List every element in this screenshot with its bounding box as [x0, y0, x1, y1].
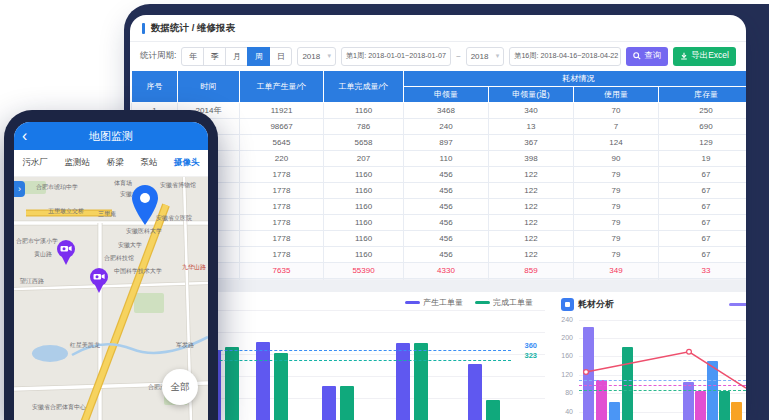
col-header-consumables-group: 耗材情况 — [404, 71, 747, 87]
start-week-input[interactable]: 第1周: 2018-01-01~2018-01-07 — [341, 47, 451, 66]
camera-icon — [56, 239, 76, 265]
camera-marker[interactable] — [56, 239, 76, 269]
download-icon — [680, 52, 688, 60]
table-cell: 67 — [659, 231, 747, 247]
table-row: 177811604561227967 — [132, 247, 747, 263]
table-cell: 1778 — [240, 199, 324, 215]
camera-icon — [89, 267, 109, 293]
legend-dash-icon — [475, 301, 490, 304]
chart-bar — [322, 386, 336, 420]
tab-监测站[interactable]: 监测站 — [65, 157, 91, 169]
chart-header: 耗材分析 — [561, 298, 614, 311]
table-row: 98667786240137690 — [132, 119, 747, 135]
table-cell: 367 — [489, 135, 574, 151]
table-cell: 1160 — [324, 231, 404, 247]
legend-item-created[interactable]: 产生工单量 — [405, 297, 463, 308]
table-cell: 67 — [659, 167, 747, 183]
tab-桥梁[interactable]: 桥梁 — [107, 157, 124, 169]
chart-gridline — [579, 320, 746, 321]
chart-bar — [486, 400, 500, 420]
chart-bar — [468, 364, 482, 420]
location-pin-marker[interactable] — [130, 185, 160, 229]
tab-泵站[interactable]: 泵站 — [140, 157, 157, 169]
table-row: 177811604561227967 — [132, 167, 747, 183]
map-view[interactable]: 合肥市琥珀中学体育场安徽农业大学安徽省博物馆五里墩立交桥三里庵安徽省立医院安徽医… — [14, 177, 208, 420]
chart-gridline — [579, 338, 746, 339]
table-cell: 1778 — [240, 247, 324, 263]
map-place-label: 五里墩立交桥 — [48, 207, 84, 216]
category-tab-bar: 污水厂监测站桥梁泵站摄像头 — [14, 150, 208, 177]
tab-污水厂[interactable]: 污水厂 — [22, 157, 48, 169]
table-cell: 456 — [404, 231, 489, 247]
period-option-周[interactable]: 周 — [247, 47, 270, 66]
tab-摄像头[interactable]: 摄像头 — [174, 157, 200, 169]
table-cell: 3468 — [404, 103, 489, 119]
map-place-label: 合肥科技馆 — [104, 254, 134, 263]
sub-header: 库存量 — [659, 87, 747, 103]
chart-title: 耗材分析 — [578, 298, 614, 311]
start-year-select[interactable]: 2018 ▾ — [297, 47, 336, 66]
report-table: 序号 时间 工单产生量/个 工单完成量/个 耗材情况 申领量 申领量(退) 使用… — [131, 70, 746, 280]
table-cell: 13 — [489, 119, 574, 135]
table-cell: 456 — [404, 183, 489, 199]
table-cell: 1778 — [240, 183, 324, 199]
y-axis-tick-label: 200 — [555, 334, 573, 341]
table-row: 177811604561227967 — [132, 199, 747, 215]
table-cell: 79 — [574, 231, 659, 247]
sub-header: 申领量 — [404, 87, 489, 103]
table-cell: 90 — [574, 151, 659, 167]
y-axis-tick-label: 160 — [555, 352, 573, 359]
table-cell: 124 — [574, 135, 659, 151]
query-button-label: 查询 — [644, 50, 661, 62]
map-place-label: 望江西路 — [20, 277, 44, 286]
period-segmented-control: 年季月周日 — [181, 47, 292, 66]
map-place-label: 合肥市琥珀中学 — [36, 183, 78, 192]
chart-bar — [731, 402, 742, 420]
table-cell: 786 — [324, 119, 404, 135]
period-option-季[interactable]: 季 — [203, 47, 226, 66]
reference-line — [579, 385, 746, 386]
table-cell: 1160 — [324, 247, 404, 263]
period-label: 统计周期: — [140, 50, 176, 62]
table-cell: 240 — [404, 119, 489, 135]
table-cell: 220 — [240, 151, 324, 167]
filter-bar: 统计周期: 年季月周日 2018 ▾ 第1周: 2018-01-01~2018-… — [130, 42, 746, 70]
end-year-select[interactable]: 2018 ▾ — [466, 47, 505, 66]
camera-marker[interactable] — [89, 267, 109, 297]
reference-line-label: 323 — [524, 351, 537, 360]
y-axis-tick-label: 80 — [555, 389, 573, 396]
table-cell: 67 — [659, 247, 747, 263]
phone-mockup: ‹ 地图监测 污水厂监测站桥梁泵站摄像头 — [4, 110, 218, 420]
end-week-input[interactable]: 第16周: 2018-04-16~2018-04-22 — [509, 47, 621, 66]
map-place-label: 黄山路 — [34, 250, 52, 259]
table-cell: 897 — [404, 135, 489, 151]
panel-expander-button[interactable]: › — [14, 181, 25, 197]
breadcrumb: 数据统计 / 维修报表 — [130, 15, 746, 42]
section-gap — [130, 280, 746, 292]
table-cell: 5645 — [240, 135, 324, 151]
period-option-月[interactable]: 月 — [225, 47, 248, 66]
col-header-index: 序号 — [132, 71, 178, 103]
period-option-日[interactable]: 日 — [269, 47, 292, 66]
table-cell: 79 — [574, 199, 659, 215]
table-cell: 456 — [404, 215, 489, 231]
table-row: 177811604561227967 — [132, 215, 747, 231]
table-cell: 207 — [324, 151, 404, 167]
table-cell: 456 — [404, 247, 489, 263]
query-button[interactable]: 查询 — [626, 47, 668, 66]
back-icon[interactable]: ‹ — [22, 123, 27, 149]
search-icon — [633, 52, 641, 60]
start-year-value: 2018 — [302, 52, 320, 61]
all-filter-button[interactable]: 全部 — [162, 369, 198, 405]
end-year-value: 2018 — [471, 52, 489, 61]
table-cell: 7 — [574, 119, 659, 135]
chart-bar — [225, 347, 239, 420]
export-button-label: 导出Excel — [691, 50, 729, 62]
period-option-年[interactable]: 年 — [181, 47, 204, 66]
export-excel-button[interactable]: 导出Excel — [673, 47, 736, 66]
chart-bar — [340, 386, 354, 420]
app-title: 地图监测 — [89, 129, 133, 144]
legend-item-completed[interactable]: 完成工单量 — [475, 297, 533, 308]
chart-bar — [274, 353, 288, 420]
table-cell: 340 — [489, 103, 574, 119]
